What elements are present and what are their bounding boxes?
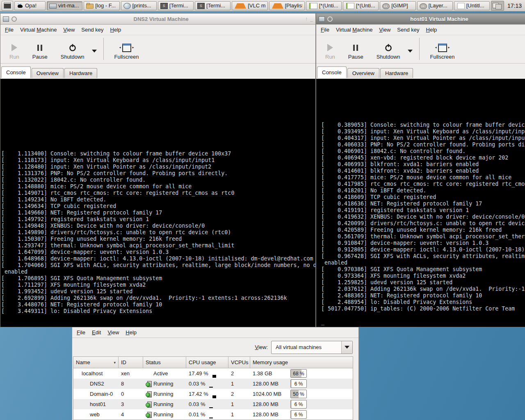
fullscreen-button[interactable]: Fullscreen (424, 36, 461, 62)
menu-item[interactable]: Help (423, 25, 440, 34)
tab[interactable]: Console (317, 66, 347, 78)
column-header-cpu[interactable]: CPU usage (186, 357, 228, 368)
shade-button[interactable]: ↑ (305, 17, 308, 21)
menu-item[interactable]: Send key (78, 25, 106, 34)
vm-table-header: Name ▾ ID Status CPU usage VCPUs Memory … (73, 357, 353, 368)
menu-item[interactable]: Edit (89, 328, 104, 337)
tab[interactable]: Overview (347, 68, 379, 78)
window-icon (319, 16, 325, 22)
menu-item[interactable]: View (60, 25, 78, 34)
vm-cpu-usage: 17.49 % (189, 370, 208, 377)
column-header-memory[interactable]: Memory usage (250, 357, 353, 368)
run-button[interactable]: Run (319, 36, 342, 62)
console-line: [ 0.970386] SGI XFS Quota Management sub… (321, 266, 525, 273)
column-header-status[interactable]: Status (143, 357, 186, 368)
running-status-icon (146, 391, 152, 397)
menu-item[interactable]: File (318, 25, 332, 34)
column-header-id[interactable]: ID (119, 357, 143, 368)
shutdown-button[interactable]: Shutdown (54, 41, 91, 62)
titlebar-dns2[interactable]: DNS2 Virtual Machine ↑ _ (0, 14, 315, 25)
vlc-cone-icon (272, 3, 283, 9)
power-icon (68, 43, 77, 52)
column-header-name[interactable]: Name ▾ (73, 357, 119, 368)
sort-arrow-icon: ▾ (114, 361, 116, 365)
shutdown-menu-arrow-icon[interactable] (408, 50, 413, 52)
taskbar-window-button[interactable]: Opa! (14, 1, 46, 10)
vm-status: Active (153, 370, 168, 377)
taskbar-window-button[interactable]: [*(Unti... (343, 1, 379, 10)
document-icon (457, 3, 465, 9)
table-row[interactable]: Domain-0 0 Running 17.42 % 2 1024.00 MB (73, 389, 353, 399)
titlebar-host01[interactable]: host01 Virtual Machine (316, 14, 525, 25)
memory-percent: 50 % (291, 390, 306, 398)
taskbar-window-button[interactable]: [Playlist] (269, 1, 305, 10)
window-title: host01 Virtual Machine (335, 16, 525, 22)
console-line: [ 0.967428] SGI XFS with ACLs, security … (321, 253, 525, 260)
console-host01[interactable]: [ 0.389053] Console: switching to colour… (316, 79, 525, 327)
workspace-pager-icon[interactable] (491, 1, 504, 11)
taskbar-window-button[interactable]: [Termi... (195, 1, 231, 10)
taskbar-window-button[interactable]: [Untitl... (454, 1, 490, 10)
menu-item[interactable]: Virtual Machine (333, 25, 375, 34)
menu-item[interactable]: View (376, 25, 393, 34)
fullscreen-button[interactable]: Fullscreen (108, 36, 146, 62)
menu-item[interactable]: Send key (394, 25, 422, 34)
table-row[interactable]: DNS2 8 Running 0.03 % 1 128.00 MB (73, 379, 353, 389)
table-row[interactable]: localhost xen Active 17.49 % 2 1.38 GB (73, 368, 353, 379)
menu-item[interactable]: Help (123, 328, 139, 337)
shutdown-button[interactable]: Shutdown (370, 41, 407, 62)
console-line: [ 2.488954] lo: Disabled Privacy Extensi… (321, 299, 525, 306)
table-row[interactable]: host01 3 Running 0.03 % 1 128.00 MB (73, 399, 353, 409)
vm-memory: 128.00 MB (253, 381, 290, 387)
column-header-vcpus[interactable]: VCPUs (228, 357, 250, 368)
taskbar-window-button[interactable]: [prints... (121, 1, 157, 10)
tab[interactable]: Console (1, 66, 31, 78)
table-row[interactable]: web 4 Running 0.01 % 1 128.00 MB (73, 409, 353, 420)
console-line: [ 0.419191] registered taskstats version… (321, 207, 525, 214)
memory-progressbar: 6 % (290, 400, 307, 409)
console-line: [ 0.418609] TCP cubic registered (321, 194, 525, 201)
console-line: [ 0.404317] input: Xen Virtual Pointer a… (321, 135, 525, 142)
taskbar-window-button[interactable]: [*(Unti... (306, 1, 342, 10)
console-dns2[interactable]: [ 1.113400] Console: switching to colour… (0, 79, 315, 327)
shutdown-menu-arrow-icon[interactable] (92, 50, 97, 52)
pause-button[interactable]: Pause (342, 36, 370, 62)
view-combobox[interactable]: All virtual machines (271, 341, 353, 354)
pause-icon (37, 45, 42, 51)
memory-percent: 68 % (291, 370, 306, 377)
minimize-button[interactable]: _ (310, 17, 313, 21)
console-line: [ 1.118173] input: Xen Virtual Keyboard … (1, 157, 315, 164)
window-icon (3, 16, 9, 22)
tab[interactable]: Hardware (380, 68, 413, 78)
vm-vcpus: 2 (228, 389, 250, 399)
console-line: [ 1.259825] udevd version 125 started (321, 279, 525, 286)
menu-item[interactable]: View (105, 328, 122, 337)
menu-item[interactable]: File (2, 25, 16, 34)
console-line: [ 0.406033] PNP: No PS/2 controller foun… (321, 142, 525, 148)
tab[interactable]: Overview (32, 68, 64, 78)
menu-item[interactable]: Help (107, 25, 124, 34)
run-icon (11, 44, 17, 51)
vm-window-host01: host01 Virtual Machine FileVirtual Machi… (316, 13, 525, 327)
stick-button[interactable] (11, 16, 17, 22)
vm-icon (49, 4, 57, 9)
console-line: [ 0.973364] XFS mounting filesystem xvda… (321, 273, 525, 279)
taskbar-window-button[interactable]: [VLC m... (232, 1, 267, 10)
pause-button[interactable]: Pause (26, 36, 54, 62)
memory-percent: 6 % (291, 400, 306, 408)
vm-window-dns2: DNS2 Virtual Machine ↑ _ FileVirtual Mac… (0, 13, 316, 327)
taskbar-window-button[interactable]: [log - F... (84, 1, 119, 10)
taskbar-window-button[interactable]: virt-ma... (47, 1, 82, 10)
taskbar-window-button[interactable]: [Layer... (417, 1, 453, 10)
console-line: [ 1.113400] Console: switching to colour… (1, 151, 315, 157)
vm-status: Running (153, 411, 173, 418)
menu-item[interactable]: Virtual Machine (17, 25, 59, 34)
run-button[interactable]: Run (3, 36, 26, 62)
tab[interactable]: Hardware (64, 68, 97, 78)
menu-item[interactable]: File (74, 328, 88, 337)
show-desktop-button[interactable] (2, 1, 13, 11)
taskbar-window-button[interactable]: [GIMP] (380, 1, 415, 10)
stick-button[interactable] (327, 16, 333, 22)
taskbar-window-button[interactable]: [Termi... (158, 1, 194, 10)
combobox-arrow-icon[interactable] (341, 341, 352, 354)
